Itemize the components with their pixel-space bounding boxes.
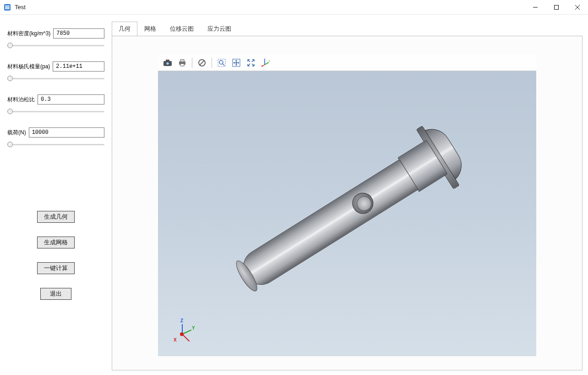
svg-line-15: [200, 61, 204, 65]
window-title: Test: [15, 4, 26, 11]
param-label: 载荷(N): [7, 129, 26, 137]
load-input[interactable]: [29, 127, 104, 138]
minimize-button[interactable]: [525, 0, 546, 15]
svg-rect-3: [5, 8, 10, 9]
axis-x-label: X: [174, 337, 177, 342]
param-youngs-modulus: 材料杨氏模量(pa): [7, 61, 104, 83]
generate-geometry-button[interactable]: 生成几何: [37, 211, 75, 223]
print-icon[interactable]: [175, 56, 189, 69]
axis-z-label: Z: [180, 318, 183, 323]
sidebar: 材料密度(kg/m^3) 材料杨氏模量(pa) 材料泊松比 载荷(N): [0, 15, 110, 375]
close-button[interactable]: [567, 0, 588, 15]
svg-rect-12: [180, 60, 184, 62]
pan-icon[interactable]: [229, 56, 243, 69]
tab-mesh[interactable]: 网格: [137, 22, 163, 36]
viewer-canvas[interactable]: Z Y X: [158, 71, 536, 356]
generate-mesh-button[interactable]: 生成网格: [37, 237, 75, 248]
density-input[interactable]: [53, 28, 104, 39]
svg-rect-9: [166, 60, 169, 61]
param-label: 材料泊松比: [7, 96, 35, 104]
tab-stress-contour[interactable]: 应力云图: [201, 22, 238, 36]
fit-icon[interactable]: [244, 56, 258, 69]
param-load: 载荷(N): [7, 127, 104, 149]
app-icon: [3, 3, 12, 12]
svg-line-18: [223, 64, 224, 66]
param-poisson-ratio: 材料泊松比: [7, 94, 104, 116]
viewer: ZYX Z: [158, 55, 536, 356]
model-shaft: [207, 102, 488, 325]
svg-point-10: [166, 62, 169, 65]
param-label: 材料密度(kg/m^3): [7, 30, 50, 38]
youngs-modulus-slider[interactable]: [7, 78, 104, 79]
camera-icon[interactable]: [161, 56, 174, 69]
one-click-calc-button[interactable]: 一键计算: [37, 262, 75, 274]
poisson-ratio-input[interactable]: [38, 94, 104, 105]
poisson-ratio-slider[interactable]: [7, 111, 104, 112]
viewer-toolbar: ZYX: [158, 55, 536, 71]
tab-displacement-contour[interactable]: 位移云图: [163, 22, 201, 36]
toolbar-separator: [192, 58, 192, 68]
svg-rect-5: [555, 5, 559, 9]
titlebar: Test: [0, 0, 588, 15]
cancel-icon[interactable]: [195, 56, 209, 69]
svg-point-17: [219, 61, 223, 64]
toolbar-separator: [212, 58, 212, 68]
tab-geometry[interactable]: 几何: [112, 22, 137, 36]
svg-text:X: X: [261, 65, 263, 67]
svg-line-21: [265, 62, 269, 65]
tabs: 几何 网格 位移云图 应力云图: [112, 21, 583, 36]
param-density: 材料密度(kg/m^3): [7, 28, 104, 50]
axis-triad: Z Y X: [173, 316, 200, 343]
svg-rect-1: [5, 6, 10, 6]
svg-text:Z: Z: [264, 58, 266, 60]
exit-button[interactable]: 退出: [40, 288, 71, 300]
right-panel: 几何 网格 位移云图 应力云图: [110, 15, 588, 375]
axis-y-label: Y: [192, 325, 195, 331]
svg-text:Y: Y: [268, 60, 270, 62]
maximize-button[interactable]: [546, 0, 567, 15]
axes-icon[interactable]: ZYX: [259, 56, 272, 69]
load-slider[interactable]: [7, 144, 104, 145]
svg-rect-13: [180, 64, 184, 66]
tab-content: ZYX Z: [112, 36, 583, 370]
svg-rect-2: [5, 7, 10, 8]
zoom-area-icon[interactable]: [215, 56, 229, 69]
youngs-modulus-input[interactable]: [53, 61, 104, 72]
density-slider[interactable]: [7, 45, 104, 46]
param-label: 材料杨氏模量(pa): [7, 63, 50, 71]
